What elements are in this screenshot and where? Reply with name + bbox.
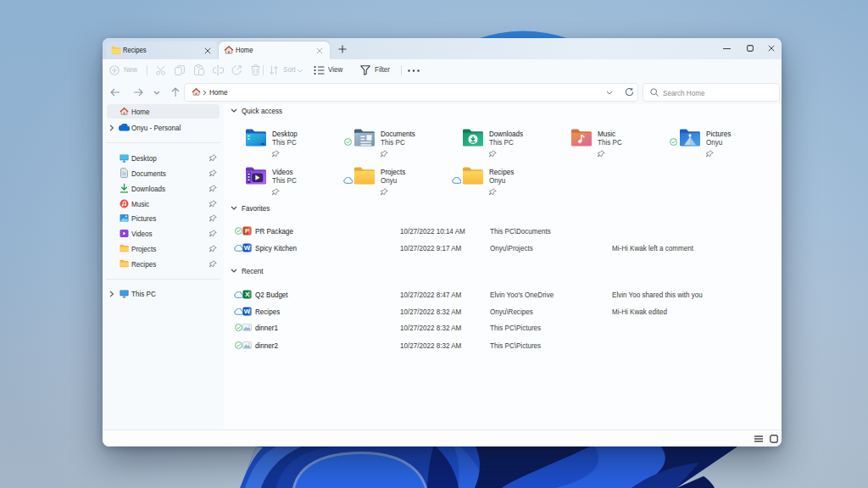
svg-text:P: P <box>245 227 249 235</box>
svg-text:W: W <box>244 244 251 252</box>
svg-text:W: W <box>244 308 251 315</box>
svg-text:X: X <box>245 291 250 298</box>
